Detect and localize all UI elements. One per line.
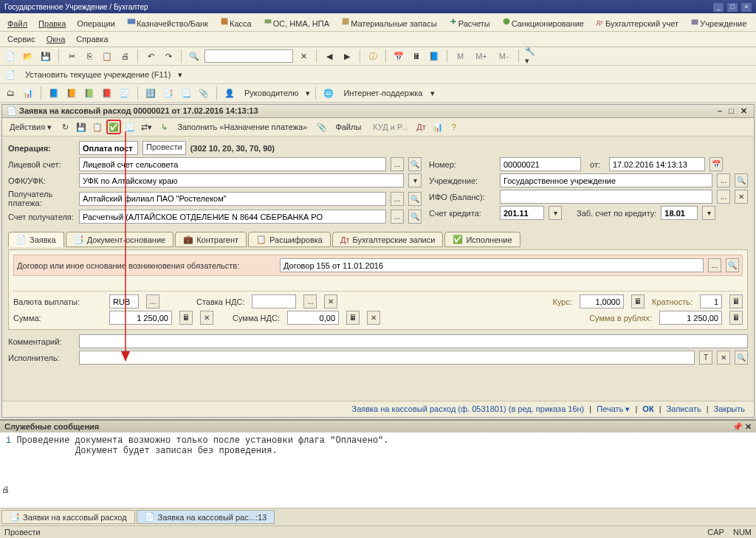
- restore-icon[interactable]: □: [727, 3, 738, 12]
- calc-icon[interactable]: 🖩: [631, 294, 645, 308]
- tab-counterparty[interactable]: 💼Контрагент: [175, 232, 247, 247]
- menu-institution[interactable]: Учреждение: [685, 15, 751, 30]
- ic10[interactable]: 📃: [179, 86, 193, 100]
- form-info-link[interactable]: Заявка на кассовый расход (ф. 0531801) (…: [352, 404, 585, 413]
- print-icon[interactable]: 🖨: [117, 49, 132, 63]
- search-input[interactable]: [205, 49, 293, 63]
- menu-operations[interactable]: Операции: [72, 18, 119, 30]
- chevron-down-icon[interactable]: ▾: [178, 70, 182, 80]
- side-print-icon[interactable]: 🖨: [1, 485, 10, 494]
- post-doc-icon[interactable]: ✅: [106, 120, 121, 134]
- doc-icon[interactable]: 📄: [3, 67, 18, 82]
- clip-icon[interactable]: 📎: [315, 120, 329, 134]
- vat-sum-input[interactable]: [287, 311, 339, 325]
- menu-help[interactable]: Справка: [72, 33, 112, 45]
- ic7[interactable]: 🧾: [117, 86, 132, 100]
- copy-icon[interactable]: ⎘: [82, 49, 97, 63]
- ic4[interactable]: 📙: [64, 86, 79, 100]
- help-doc-icon[interactable]: ?: [447, 120, 461, 134]
- copy-doc-icon[interactable]: 📋: [90, 120, 105, 134]
- comment-input[interactable]: [79, 334, 748, 348]
- credit-input[interactable]: [500, 206, 544, 220]
- ok-button[interactable]: ОК: [642, 404, 653, 413]
- clear-icon[interactable]: ✕: [367, 311, 380, 325]
- account-input[interactable]: [79, 157, 386, 171]
- operation-input[interactable]: [79, 141, 138, 155]
- set-institution[interactable]: Установить текущее учреждение (F11): [21, 69, 175, 80]
- guide-icon[interactable]: 📘: [427, 49, 441, 63]
- menu-windows[interactable]: Окна: [42, 33, 70, 45]
- menu-file[interactable]: Файл: [3, 18, 32, 30]
- number-input[interactable]: [500, 157, 581, 171]
- lookup-icon[interactable]: ...: [391, 192, 404, 206]
- lookup-icon[interactable]: ...: [717, 173, 730, 187]
- ic6[interactable]: 📕: [100, 86, 114, 100]
- sum-input[interactable]: [109, 311, 172, 325]
- date-input[interactable]: [609, 157, 705, 171]
- calendar-icon[interactable]: 📅: [391, 49, 406, 63]
- fill-text[interactable]: Заполнить «Назначение платежа»: [173, 121, 312, 133]
- dropdown-icon[interactable]: ▾: [408, 173, 422, 187]
- menu-cash[interactable]: Касса: [215, 15, 256, 30]
- payee-acc-input[interactable]: [79, 210, 386, 224]
- files-link[interactable]: Файлы: [331, 121, 365, 133]
- undo-icon[interactable]: ↶: [143, 49, 158, 63]
- search-icon[interactable]: 🔍: [187, 49, 202, 63]
- ic2[interactable]: 📊: [21, 86, 35, 100]
- sum-rub-input[interactable]: [659, 311, 722, 325]
- mult-input[interactable]: [700, 294, 722, 308]
- offbal-input[interactable]: [661, 206, 698, 220]
- save-button[interactable]: Записать: [667, 404, 701, 413]
- vat-rate-input[interactable]: [252, 294, 296, 308]
- bal-icon[interactable]: ⇄▾: [139, 120, 154, 134]
- help-icon[interactable]: ⓘ: [365, 49, 380, 63]
- ic11[interactable]: 📎: [196, 86, 211, 100]
- close-icon[interactable]: ×: [741, 3, 752, 12]
- ruler-menu[interactable]: Руководителю: [240, 87, 303, 99]
- search-icon[interactable]: 🔍: [735, 351, 748, 365]
- nav-fwd-icon[interactable]: ▶: [340, 49, 354, 63]
- dropdown-icon[interactable]: ▾: [549, 206, 562, 220]
- tab-request[interactable]: 📄Заявка: [8, 232, 64, 247]
- doc-min-icon[interactable]: –: [718, 106, 722, 115]
- clear-icon[interactable]: ✕: [324, 294, 337, 308]
- lookup-icon[interactable]: ...: [391, 210, 404, 224]
- bottom-tab-1[interactable]: 📑Заявки на кассовый расход: [1, 510, 135, 524]
- tab-decryption[interactable]: 📋Расшифровка: [248, 232, 331, 247]
- doc-max-icon[interactable]: □: [729, 106, 734, 115]
- ic9[interactable]: 📑: [161, 86, 176, 100]
- globe-icon[interactable]: 🌐: [321, 86, 336, 100]
- actions-menu[interactable]: Действия ▾: [5, 121, 56, 134]
- tab-accounting[interactable]: ДтБухгалтерские записи: [332, 232, 443, 247]
- calc-icon[interactable]: 🖩: [179, 311, 193, 325]
- lookup-icon[interactable]: ...: [303, 294, 317, 308]
- doc-close-icon[interactable]: ✕: [740, 106, 747, 115]
- clear-icon[interactable]: ✕: [296, 49, 311, 63]
- ic1[interactable]: 🗂: [3, 86, 18, 100]
- select-icon[interactable]: T: [699, 351, 712, 365]
- kudir-link[interactable]: КУД и Р...: [368, 121, 412, 133]
- support-menu[interactable]: Интернет-поддержка: [339, 87, 427, 99]
- search-icon[interactable]: 🔍: [726, 258, 739, 272]
- menu-calc[interactable]: Расчеты: [444, 15, 495, 30]
- tab-docbase[interactable]: 📑Документ-основание: [66, 232, 173, 247]
- rate-input[interactable]: [580, 294, 624, 308]
- clear-icon[interactable]: ✕: [717, 351, 730, 365]
- new-icon[interactable]: 📄: [3, 49, 18, 63]
- open-icon[interactable]: 📂: [21, 49, 35, 63]
- currency-input[interactable]: [109, 294, 139, 308]
- tab-execution[interactable]: ✅Исполнение: [444, 232, 520, 247]
- executor-input[interactable]: [79, 351, 695, 365]
- search-icon[interactable]: 🔍: [735, 173, 748, 187]
- ic8[interactable]: 🔢: [143, 86, 158, 100]
- refresh-icon[interactable]: ↻: [58, 120, 72, 134]
- lookup-icon[interactable]: ...: [391, 157, 404, 171]
- menu-treasury[interactable]: Казначейство/Банк: [122, 15, 213, 30]
- search-icon[interactable]: 🔍: [408, 157, 422, 171]
- settings-icon[interactable]: 🔧▾: [524, 49, 539, 63]
- save-icon-2[interactable]: 💾: [74, 120, 89, 134]
- close-icon[interactable]: ✕: [745, 422, 752, 431]
- pin-icon[interactable]: 📌: [732, 422, 743, 431]
- calc-icon[interactable]: 🖩: [346, 311, 360, 325]
- menu-materials[interactable]: Материальные запасы: [336, 15, 441, 30]
